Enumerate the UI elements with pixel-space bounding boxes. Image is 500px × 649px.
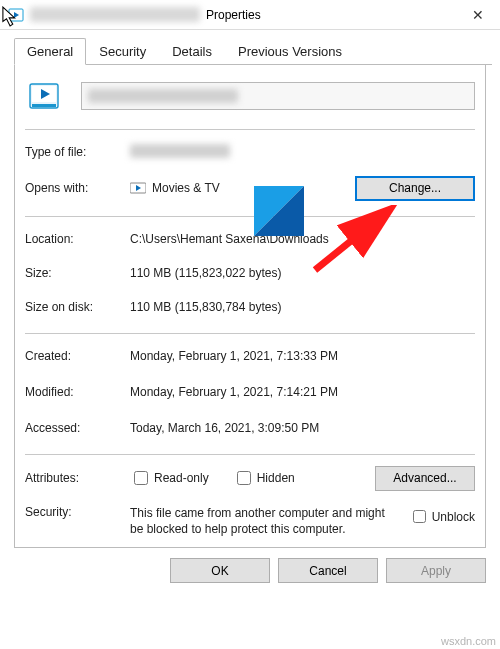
value-size: 110 MB (115,823,022 bytes): [130, 266, 475, 280]
site-watermark: wsxdn.com: [441, 635, 496, 647]
row-opens-with: Opens with: Movies & TV Change...: [25, 174, 475, 202]
value-created: Monday, February 1, 2021, 7:13:33 PM: [130, 349, 475, 363]
title-suffix: Properties: [206, 8, 261, 22]
security-message: This file came from another computer and…: [130, 505, 409, 537]
unblock-label: Unblock: [432, 510, 475, 524]
readonly-checkbox-wrap[interactable]: Read-only: [130, 468, 209, 488]
advanced-button[interactable]: Advanced...: [375, 466, 475, 491]
opens-with-app-icon: [130, 180, 146, 196]
annotation-arrow-icon: [310, 205, 400, 279]
mouse-cursor: [2, 6, 20, 32]
row-location: Location: C:\Users\Hemant Saxena\Downloa…: [25, 225, 475, 253]
label-security: Security:: [25, 505, 130, 519]
filename-blur: [30, 7, 200, 22]
large-file-icon: [25, 77, 63, 115]
label-location: Location:: [25, 232, 130, 246]
label-modified: Modified:: [25, 385, 130, 399]
label-attributes: Attributes:: [25, 471, 130, 485]
separator: [25, 333, 475, 334]
hidden-checkbox-wrap[interactable]: Hidden: [233, 468, 295, 488]
cancel-button[interactable]: Cancel: [278, 558, 378, 583]
unblock-checkbox[interactable]: [413, 510, 426, 523]
apply-button[interactable]: Apply: [386, 558, 486, 583]
watermark-logo-icon: [254, 186, 304, 240]
general-panel: Type of file: Opens with: Movies & TV Ch…: [14, 65, 486, 548]
row-type-of-file: Type of file:: [25, 138, 475, 166]
separator: [25, 129, 475, 130]
tab-previous-versions[interactable]: Previous Versions: [225, 38, 355, 64]
ok-button[interactable]: OK: [170, 558, 270, 583]
row-size: Size: 110 MB (115,823,022 bytes): [25, 259, 475, 287]
value-accessed: Today, March 16, 2021, 3:09:50 PM: [130, 421, 475, 435]
label-created: Created:: [25, 349, 130, 363]
label-opens-with: Opens with:: [25, 181, 130, 195]
svg-rect-6: [32, 104, 56, 107]
label-type-of-file: Type of file:: [25, 145, 130, 159]
row-modified: Modified: Monday, February 1, 2021, 7:14…: [25, 378, 475, 406]
separator: [25, 454, 475, 455]
change-button[interactable]: Change...: [355, 176, 475, 201]
filename-blur: [88, 89, 238, 103]
tab-general[interactable]: General: [14, 38, 86, 65]
unblock-checkbox-wrap[interactable]: Unblock: [409, 507, 475, 526]
tab-details[interactable]: Details: [159, 38, 225, 64]
dialog-button-bar: OK Cancel Apply: [0, 548, 500, 595]
readonly-label: Read-only: [154, 471, 209, 485]
opens-with-app: Movies & TV: [152, 181, 220, 195]
label-accessed: Accessed:: [25, 421, 130, 435]
svg-marker-0: [3, 7, 15, 26]
row-created: Created: Monday, February 1, 2021, 7:13:…: [25, 342, 475, 370]
value-modified: Monday, February 1, 2021, 7:14:21 PM: [130, 385, 475, 399]
row-size-on-disk: Size on disk: 110 MB (115,830,784 bytes): [25, 293, 475, 321]
label-size: Size:: [25, 266, 130, 280]
svg-line-12: [315, 211, 388, 270]
window-title: Properties: [30, 7, 261, 22]
row-attributes: Attributes: Read-only Hidden Advanced...: [25, 463, 475, 493]
separator: [25, 216, 475, 217]
tab-security[interactable]: Security: [86, 38, 159, 64]
type-of-file-blur: [130, 144, 230, 158]
value-size-on-disk: 110 MB (115,830,784 bytes): [130, 300, 475, 314]
filename-input[interactable]: [81, 82, 475, 110]
close-button[interactable]: ✕: [455, 0, 500, 30]
row-security: Security: This file came from another co…: [25, 505, 475, 537]
hidden-checkbox[interactable]: [237, 471, 251, 485]
label-size-on-disk: Size on disk:: [25, 300, 130, 314]
row-accessed: Accessed: Today, March 16, 2021, 3:09:50…: [25, 414, 475, 442]
readonly-checkbox[interactable]: [134, 471, 148, 485]
hidden-label: Hidden: [257, 471, 295, 485]
titlebar: Properties ✕: [0, 0, 500, 30]
tab-strip: General Security Details Previous Versio…: [14, 38, 492, 65]
